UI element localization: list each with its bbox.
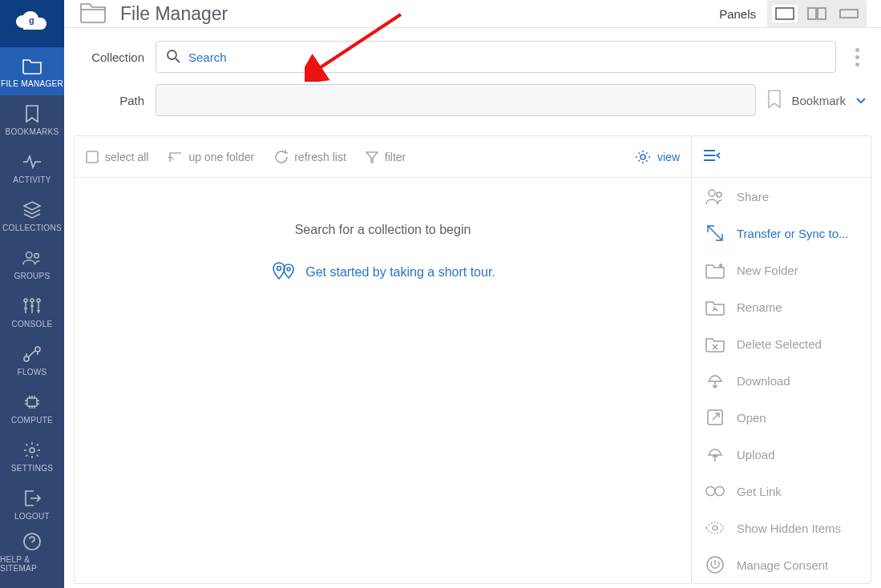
action-open[interactable]: Open [692,399,871,436]
nav-label: BOOKMARKS [5,127,59,136]
panels-label: Panels [719,7,756,21]
nav-logout[interactable]: LOGOUT [0,480,64,528]
search-icon [166,49,180,66]
nav-compute[interactable]: COMPUTE [0,384,64,432]
nav-flows[interactable]: FLOWS [0,336,64,384]
nav-collections[interactable]: COLLECTIONS [0,191,64,240]
map-pin-icon [270,261,297,284]
nav-activity[interactable]: ACTIVITY [0,143,64,191]
action-upload[interactable]: Upload [692,436,871,473]
action-label: Show Hidden Items [737,522,841,535]
up-one-folder[interactable]: up one folder [168,151,254,163]
kebab-menu[interactable] [847,48,867,66]
nav-label: ACTIVITY [13,175,51,184]
nav-label: COLLECTIONS [2,224,62,232]
tour-label: Get started by taking a short tour. [305,265,495,280]
svg-point-9 [30,448,34,453]
svg-text:g: g [29,15,34,25]
view-settings[interactable]: view [635,149,680,165]
collection-label: Collection [79,50,144,64]
bookmark-label[interactable]: Bookmark [791,94,846,107]
nav-label: COMPUTE [11,416,53,425]
svg-point-26 [713,526,717,530]
action-label: Download [737,374,790,388]
topbar: File Manager Panels [64,0,881,28]
svg-point-22 [717,192,721,197]
folder-icon [79,0,107,27]
svg-rect-14 [840,10,858,18]
action-get-link[interactable]: Get Link [692,473,871,509]
panel-single[interactable] [772,5,798,22]
svg-point-3 [24,299,27,302]
svg-point-24 [706,486,715,495]
collection-search[interactable]: Search [156,41,836,73]
action-icon [705,186,725,207]
help-icon [22,531,42,552]
sidebar: g FILE MANAGER BOOKMARKS ACTIVITY COLLEC… [0,0,64,588]
logo[interactable]: g [0,0,64,47]
bookmark-icon[interactable] [767,90,782,111]
layers-icon [22,199,42,220]
action-download[interactable]: Download [692,362,871,399]
nav-console[interactable]: CONSOLE [0,288,64,336]
groups-icon [22,248,42,268]
action-share[interactable]: Share [692,178,871,215]
action-delete-selected[interactable]: Delete Selected [692,325,871,362]
action-icon [705,481,725,501]
svg-rect-13 [818,8,826,19]
svg-rect-17 [87,151,98,163]
action-icon [705,260,725,280]
svg-point-4 [30,299,34,302]
refresh[interactable]: refresh list [273,150,346,164]
console-icon [22,296,42,316]
svg-point-16 [168,50,176,59]
path-input[interactable] [156,84,756,116]
nav-bookmarks[interactable]: BOOKMARKS [0,95,64,143]
view-label: view [657,151,680,163]
action-icon [705,370,725,391]
filter[interactable]: filter [366,151,406,163]
action-icon [705,554,725,575]
action-panel: ShareTransfer or Sync to...New FolderRen… [691,135,871,584]
svg-point-25 [715,486,724,495]
search-placeholder: Search [188,50,227,64]
svg-point-2 [34,253,39,258]
action-label: Open [737,411,766,425]
svg-point-6 [35,347,40,352]
action-transfer-or-sync-to[interactable]: Transfer or Sync to... [692,215,871,252]
action-icon [705,518,725,538]
action-new-folder[interactable]: New Folder [692,252,871,288]
chevron-down-icon[interactable] [855,94,867,107]
collapse-icon[interactable] [703,148,721,165]
action-rename[interactable]: Rename [692,288,871,325]
select-all[interactable]: select all [86,151,148,163]
logout-icon [22,488,42,509]
action-icon [705,444,725,465]
svg-rect-8 [27,398,37,406]
select-all-label: select all [105,151,148,163]
flows-icon [22,344,42,364]
nav-settings[interactable]: SETTINGS [0,432,64,480]
path-label: Path [79,94,144,107]
panel-wide[interactable] [836,5,862,22]
compute-icon [22,392,42,413]
empty-message: Search for a collection to begin [295,223,471,237]
panel-split[interactable] [804,5,830,22]
action-icon [705,407,725,428]
gear-icon [22,440,42,461]
action-manage-consent[interactable]: Manage Consent [692,546,871,583]
svg-point-19 [277,267,281,271]
action-show-hidden-items[interactable]: Show Hidden Items [692,509,871,546]
action-icon [705,223,725,244]
filter-label: filter [385,151,406,163]
nav-file-manager[interactable]: FILE MANAGER [0,47,64,95]
nav-help[interactable]: HELP & SITEMAP [0,528,64,576]
tour-link[interactable]: Get started by taking a short tour. [270,261,495,284]
svg-point-21 [709,190,715,196]
nav-groups[interactable]: GROUPS [0,240,64,288]
panel-toggle [767,0,867,27]
svg-rect-11 [776,8,794,19]
action-label: Transfer or Sync to... [737,227,849,240]
svg-rect-12 [808,8,816,19]
folder-icon [22,55,42,76]
